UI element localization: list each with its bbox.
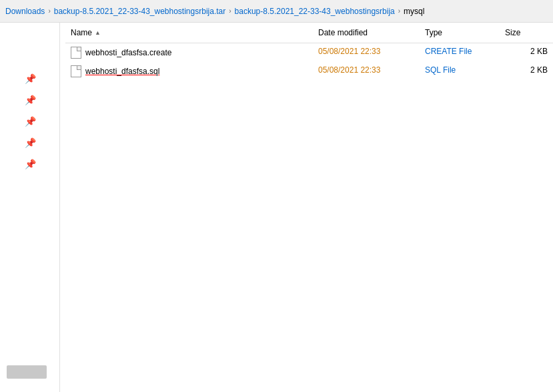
file-name: webhosti_dfasfsa.sql [85,67,159,76]
col-name[interactable]: Name ▲ [65,25,313,40]
file-type: CREATE File [420,45,500,60]
table-row[interactable]: webhosti_dfasfsa.sql 05/08/2021 22:33 SQ… [65,62,553,81]
content-area: Name ▲ Date modified Type Size webhosti_… [60,23,553,392]
table-row[interactable]: webhosti_dfasfsa.create 05/08/2021 22:33… [65,43,553,62]
col-date[interactable]: Date modified [313,25,420,40]
file-size: 2 KB [500,64,553,79]
file-name-cell: webhosti_dfasfsa.sql [65,64,313,79]
breadcrumb-tar[interactable]: backup-8.5.2021_22-33-43_webhostingsrbij… [54,7,226,16]
pin-icon-3[interactable]: 📌 [25,116,35,127]
file-size: 2 KB [500,45,553,60]
file-icon [71,47,81,59]
file-icon [71,65,81,77]
breadcrumb-sep-2: › [229,7,231,15]
breadcrumb-mysql: mysql [404,7,424,16]
pin-icon-5[interactable]: 📌 [25,159,35,169]
file-name: webhosti_dfasfsa.create [85,48,171,57]
file-list: webhosti_dfasfsa.create 05/08/2021 22:33… [60,43,553,392]
col-type[interactable]: Type [420,25,500,40]
file-date: 05/08/2021 22:33 [313,64,420,79]
pin-icons-area: 📌 📌 📌 📌 📌 [0,29,59,173]
col-size[interactable]: Size [500,25,553,40]
pin-icon-4[interactable]: 📌 [25,137,35,148]
breadcrumb-bar: Downloads › backup-8.5.2021_22-33-43_web… [0,0,553,23]
file-type: SQL File [420,64,500,79]
main-layout: 📌 📌 📌 📌 📌 Name ▲ Date modified Type Size [0,23,553,392]
breadcrumb-sep-1: › [48,7,50,15]
sort-icon: ▲ [95,29,101,36]
file-date: 05/08/2021 22:33 [313,45,420,60]
breadcrumb-folder[interactable]: backup-8.5.2021_22-33-43_webhostingsrbij… [235,7,395,16]
file-name-cell: webhosti_dfasfsa.create [65,45,313,60]
pin-icon-1[interactable]: 📌 [25,73,35,84]
pin-sidebar: 📌 📌 📌 📌 📌 [0,23,60,392]
breadcrumb-downloads[interactable]: Downloads [5,7,45,16]
column-headers: Name ▲ Date modified Type Size [65,23,553,43]
scrollbar[interactable] [7,365,47,379]
pin-icon-2[interactable]: 📌 [25,95,35,105]
breadcrumb-sep-3: › [398,7,400,15]
